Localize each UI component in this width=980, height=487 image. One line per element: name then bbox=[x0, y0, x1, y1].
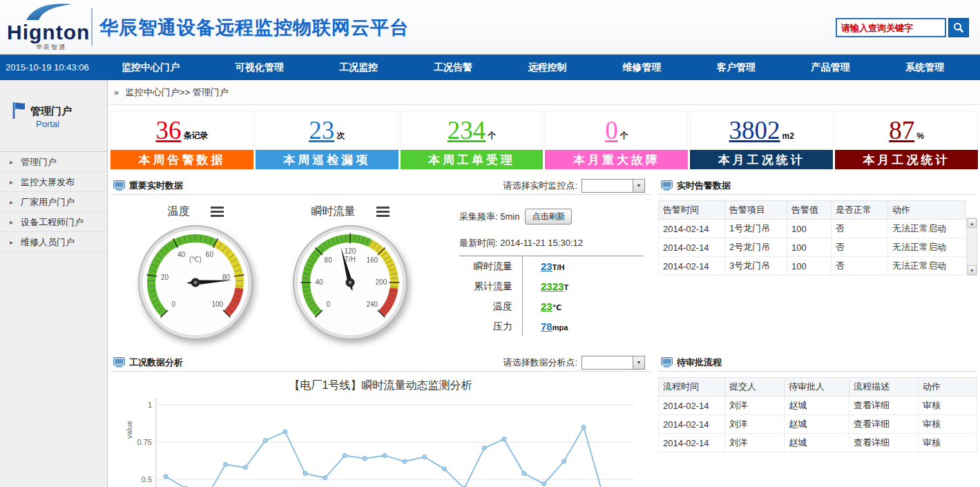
scroll-up-icon[interactable]: ▲ bbox=[968, 218, 977, 228]
cell-alarm-normal: 否 bbox=[832, 238, 888, 257]
approval-table-wrap: 流程时间 提交人 待审批人 流程描述 动作 2014-02-14 刘洋 赵城 查 bbox=[658, 377, 977, 452]
nav-item-maintenance[interactable]: 维修管理 bbox=[617, 61, 666, 74]
column-header: 流程描述 bbox=[849, 378, 919, 397]
nav-item-remote-control[interactable]: 远程控制 bbox=[523, 61, 573, 74]
stat-label-banner[interactable]: 本月重大故障 bbox=[545, 150, 688, 169]
table-row: 2014-02-14 刘洋 赵城 查看详细 审核 bbox=[659, 415, 977, 434]
stat-card[interactable]: 36 条记录 本周告警数据 bbox=[111, 111, 253, 171]
temperature-gauge-block: 温度 020406080100(℃) bbox=[130, 203, 261, 344]
column-header: 动作 bbox=[919, 378, 977, 397]
analysis-panel: 工况数据分析 请选择数据分析点: ▼ 【电厂1号线】瞬时流量动态监测分析 val… bbox=[111, 354, 651, 487]
cell-alarm-action[interactable]: 无法正常启动 bbox=[888, 238, 966, 257]
svg-text:(℃): (℃) bbox=[189, 256, 202, 263]
svg-text:T/H: T/H bbox=[345, 256, 356, 263]
panel-controls: 请选择实时监控点: ▼ bbox=[503, 179, 648, 193]
stat-label-banner[interactable]: 本周巡检漏项 bbox=[256, 150, 398, 169]
cell-view-detail-link[interactable]: 查看详细 bbox=[849, 434, 919, 452]
cell-approve-action[interactable]: 审核 bbox=[919, 434, 977, 452]
cell-alarm-time: 2014-02-14 bbox=[659, 238, 725, 257]
svg-text:40: 40 bbox=[315, 278, 323, 286]
svg-text:160: 160 bbox=[366, 256, 378, 264]
stat-card[interactable]: 234 个 本周工单受理 bbox=[401, 111, 544, 171]
stat-value: 3802 bbox=[729, 117, 780, 143]
chevron-down-icon[interactable]: ▼ bbox=[633, 180, 644, 192]
nav-item-monitor-center[interactable]: 监控中心门户 bbox=[116, 61, 185, 74]
cell-submitter: 刘洋 bbox=[725, 434, 785, 452]
cell-flow-time: 2014-02-14 bbox=[659, 397, 725, 415]
hamburger-menu-icon[interactable] bbox=[376, 207, 390, 217]
refresh-button[interactable]: 点击刷新 bbox=[525, 209, 572, 225]
svg-text:20: 20 bbox=[161, 274, 169, 281]
monitor-point-select[interactable]: ▼ bbox=[582, 179, 645, 193]
stat-card[interactable]: 87 % 本月工况统计 bbox=[835, 111, 978, 171]
panel-header: 待审批流程 bbox=[658, 354, 977, 372]
search-input[interactable] bbox=[836, 18, 946, 37]
nav-item-product[interactable]: 产品管理 bbox=[805, 61, 855, 74]
cell-approve-action[interactable]: 审核 bbox=[919, 397, 977, 415]
nav-item-condition-alarm[interactable]: 工况告警 bbox=[428, 61, 478, 74]
stat-card[interactable]: 3802 m2 本月工况统计 bbox=[690, 111, 833, 171]
cell-submitter: 刘洋 bbox=[725, 397, 785, 415]
stat-card[interactable]: 23 次 本周巡检漏项 bbox=[256, 111, 398, 171]
table-scrollbar[interactable]: ▲ ▼ bbox=[967, 218, 977, 276]
flow-line-chart: 10.750.5 bbox=[131, 392, 642, 487]
item-arrow-icon: ▸ bbox=[10, 232, 13, 252]
scroll-down-icon[interactable]: ▼ bbox=[968, 265, 977, 275]
nav-item-condition-monitor[interactable]: 工况监控 bbox=[334, 61, 383, 74]
portal-header[interactable]: 管理门户 Portal bbox=[0, 80, 107, 152]
stat-label-banner[interactable]: 本月工况统计 bbox=[835, 150, 978, 169]
stat-card[interactable]: 0 个 本月重大故障 bbox=[545, 111, 688, 171]
cell-alarm-normal: 否 bbox=[832, 257, 888, 276]
stat-value: 0 bbox=[605, 117, 618, 143]
table-row: 2014-02-14 2号龙门吊 100 否 无法正常启动 bbox=[659, 238, 966, 257]
hamburger-menu-icon[interactable] bbox=[211, 207, 224, 217]
search-button[interactable] bbox=[948, 18, 969, 37]
sidebar-item-manufacturer-portal[interactable]: ▸ 厂家用户门户 bbox=[0, 192, 107, 212]
logo-text: Hignton bbox=[7, 21, 90, 44]
metric-row: 压力 78mpa bbox=[459, 316, 643, 336]
nav-items: 监控中心门户 可视化管理 工况监控 工况告警 远程控制 维修管理 客户管理 产品… bbox=[116, 55, 950, 80]
chevron-down-icon[interactable]: ▼ bbox=[633, 356, 644, 369]
svg-text:80: 80 bbox=[325, 256, 333, 264]
column-header: 是否正常 bbox=[832, 201, 888, 220]
sidebar-item-admin-portal[interactable]: ▸ 管理门户 bbox=[0, 152, 107, 172]
stat-value-area: 0 个 bbox=[545, 111, 688, 150]
svg-text:240: 240 bbox=[366, 300, 378, 308]
select-label: 请选择数据分析点: bbox=[503, 356, 577, 369]
alarm-table: 告警时间 告警项目 告警值 是否正常 动作 2014-02-14 1号龙门吊 1… bbox=[658, 200, 966, 276]
stat-unit: 次 bbox=[336, 130, 345, 142]
stat-value: 23 bbox=[309, 117, 334, 143]
stat-value-area: 3802 m2 bbox=[690, 111, 833, 150]
breadcrumb-text[interactable]: 监控中心门户>> 管理门户 bbox=[126, 87, 229, 97]
cell-alarm-action[interactable]: 无法正常启动 bbox=[888, 257, 966, 276]
sidebar-item-repair-portal[interactable]: ▸ 维修人员门户 bbox=[0, 232, 107, 252]
cell-alarm-value: 100 bbox=[787, 238, 832, 257]
metric-value: 2323T bbox=[523, 280, 568, 292]
analysis-point-select[interactable]: ▼ bbox=[582, 356, 645, 370]
cell-view-detail-link[interactable]: 查看详细 bbox=[849, 397, 919, 415]
cell-alarm-value: 100 bbox=[787, 220, 832, 238]
panel-header: 工况数据分析 请选择数据分析点: ▼ bbox=[111, 354, 651, 372]
stat-label-banner[interactable]: 本周工单受理 bbox=[401, 150, 544, 169]
cell-alarm-action[interactable]: 无法正常启动 bbox=[888, 220, 966, 238]
cell-alarm-item: 2号龙门吊 bbox=[725, 238, 787, 257]
search-icon bbox=[953, 22, 964, 33]
stat-label-banner[interactable]: 本月工况统计 bbox=[690, 150, 833, 169]
nav-item-system[interactable]: 系统管理 bbox=[900, 61, 950, 74]
nav-item-visualization[interactable]: 可视化管理 bbox=[230, 61, 289, 74]
sidebar-item-big-screen[interactable]: ▸ 监控大屏发布 bbox=[0, 172, 107, 192]
metric-value: 78mpa bbox=[523, 321, 568, 332]
cell-approve-action[interactable]: 审核 bbox=[919, 415, 977, 434]
svg-text:200: 200 bbox=[376, 278, 387, 286]
stats-row: 36 条记录 本周告警数据 23 次 本周巡检漏项 234 个 本周工单受理 bbox=[111, 111, 978, 171]
item-arrow-icon: ▸ bbox=[10, 192, 13, 212]
frequency-label: 采集频率: 5min bbox=[459, 211, 519, 223]
logo[interactable]: Hignton 华辰智通 bbox=[6, 3, 92, 52]
metric-value: 23℃ bbox=[523, 300, 561, 312]
stat-label-banner[interactable]: 本周告警数据 bbox=[111, 150, 253, 169]
sidebar-item-engineer-portal[interactable]: ▸ 设备工程师门户 bbox=[0, 212, 107, 232]
svg-text:0: 0 bbox=[326, 300, 330, 308]
metric-row: 累计流量 2323T bbox=[459, 276, 643, 296]
cell-view-detail-link[interactable]: 查看详细 bbox=[849, 415, 919, 434]
nav-item-customer[interactable]: 客户管理 bbox=[711, 61, 761, 74]
